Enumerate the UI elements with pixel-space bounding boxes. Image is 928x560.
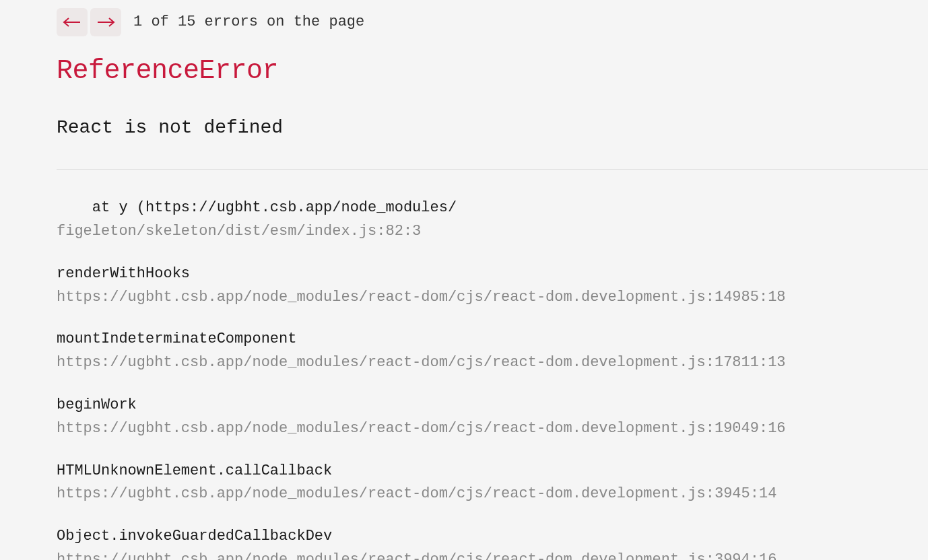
stack-raw-location: figeleton/skeleton/dist/esm/index.js:82:… (57, 221, 928, 242)
stack-frame-function: HTMLUnknownElement.callCallback (57, 461, 928, 482)
prev-error-button[interactable] (57, 8, 88, 36)
error-message: React is not defined (57, 114, 928, 141)
divider (57, 169, 928, 170)
stack-frame-location: https://ugbht.csb.app/node_modules/react… (57, 287, 928, 308)
stack-frame-location: https://ugbht.csb.app/node_modules/react… (57, 353, 928, 374)
stack-raw-line: at y (https://ugbht.csb.app/node_modules… (57, 198, 928, 219)
error-nav-row: 1 of 15 errors on the page (57, 8, 928, 36)
nav-buttons (57, 8, 121, 36)
next-error-button[interactable] (90, 8, 121, 36)
stack-frame: renderWithHookshttps://ugbht.csb.app/nod… (57, 264, 928, 308)
arrow-right-icon (96, 17, 115, 28)
stack-frame-location: https://ugbht.csb.app/node_modules/react… (57, 550, 928, 560)
error-type-heading: ReferenceError (57, 53, 928, 90)
stack-frame-function: renderWithHooks (57, 264, 928, 285)
stack-frames: renderWithHookshttps://ugbht.csb.app/nod… (57, 264, 928, 560)
stack-frame-location: https://ugbht.csb.app/node_modules/react… (57, 419, 928, 440)
stack-frame: HTMLUnknownElement.callCallbackhttps://u… (57, 461, 928, 505)
arrow-left-icon (63, 17, 81, 28)
stack-frame-function: mountIndeterminateComponent (57, 329, 928, 350)
stack-frame: beginWorkhttps://ugbht.csb.app/node_modu… (57, 395, 928, 440)
stack-frame: mountIndeterminateComponenthttps://ugbht… (57, 329, 928, 374)
stack-frame: Object.invokeGuardedCallbackDevhttps://u… (57, 526, 928, 560)
stack-frame-location: https://ugbht.csb.app/node_modules/react… (57, 484, 928, 505)
stack-frame-function: beginWork (57, 395, 928, 416)
error-counter: 1 of 15 errors on the page (133, 12, 364, 33)
stack-frame-function: Object.invokeGuardedCallbackDev (57, 526, 928, 547)
